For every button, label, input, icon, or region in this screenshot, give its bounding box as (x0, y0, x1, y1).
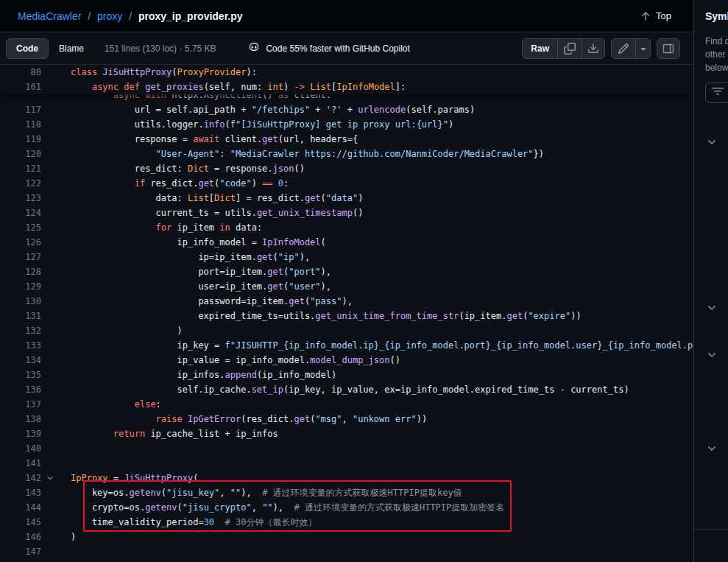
code-line: 125 for ip_item in data: (0, 220, 693, 235)
file-meta-info: 151 lines (130 loc) · 5.75 KB (105, 43, 216, 54)
symbols-description-line: Find definitions and references for func… (705, 35, 728, 48)
breadcrumb-filename: proxy_ip_provider.py (138, 10, 243, 22)
code-line: 137 else: (0, 397, 693, 412)
code-blame-switcher: Code Blame (6, 38, 94, 59)
code-line: 141 (0, 456, 693, 471)
line-number[interactable]: 136 (0, 382, 41, 397)
copilot-banner-text: Code 55% faster with GitHub Copilot (266, 43, 409, 54)
line-number[interactable]: 126 (0, 235, 41, 250)
back-to-top-label: Top (656, 10, 671, 21)
code-line: 143 key=os.getenv("jisu_key", ""), # 通过环… (0, 485, 693, 500)
download-icon (587, 43, 599, 55)
line-number[interactable]: 130 (0, 294, 41, 309)
code-line: 121 res_dict: Dict = response.json() (0, 161, 693, 176)
copilot-banner[interactable]: Code 55% faster with GitHub Copilot (248, 41, 409, 55)
code-line: 123 data: List[Dict] = res_dict.get("dat… (0, 191, 693, 206)
line-number[interactable]: 129 (0, 279, 41, 294)
arrow-up-icon (640, 10, 651, 22)
line-number[interactable]: 118 (0, 117, 41, 132)
code-lines: async with httpx.AsyncClient() as client… (0, 65, 693, 559)
line-number[interactable]: 128 (0, 264, 41, 279)
code-line: 147 (0, 544, 693, 559)
line-number[interactable]: 117 (0, 102, 41, 117)
line-number[interactable]: 138 (0, 412, 41, 426)
line-number[interactable]: 145 (0, 515, 41, 530)
line-number[interactable]: 146 (0, 530, 41, 544)
copy-icon (564, 43, 576, 55)
line-number[interactable]: 147 (0, 544, 41, 559)
code-line: 135 ip_infos.append(ip_info_model) (0, 368, 693, 382)
code-line: 133 ip_key = f"JISUHTTP_{ip_info_model.i… (0, 338, 693, 353)
code-line: 120 "User-Agent": "MediaCrawler https://… (0, 147, 693, 161)
line-number[interactable]: 101 (0, 80, 41, 94)
edit-dropdown-button[interactable] (635, 39, 650, 58)
breadcrumb-bar: MediaCrawler / proxy / proxy_ip_provider… (0, 0, 693, 32)
breadcrumb-separator: / (88, 10, 91, 22)
line-number[interactable]: 119 (0, 132, 41, 147)
symbols-panel: Symbols Find definitions and references … (693, 0, 728, 562)
file-view-column: MediaCrawler / proxy / proxy_ip_provider… (0, 0, 693, 562)
side-panel-icon (662, 43, 674, 55)
back-to-top-button[interactable]: Top (640, 10, 671, 22)
line-number[interactable]: 132 (0, 323, 41, 338)
github-code-view: MediaCrawler / proxy / proxy_ip_provider… (0, 0, 728, 562)
line-number[interactable]: 127 (0, 250, 41, 264)
download-button[interactable] (581, 39, 604, 58)
line-number[interactable]: 120 (0, 147, 41, 161)
code-line: 122 if res_dict.get("code") == 0: (0, 176, 693, 191)
line-number[interactable]: 134 (0, 353, 41, 368)
code-line: 129 user=ip_item.get("user"), (0, 279, 693, 294)
chevron-down-icon[interactable] (706, 349, 718, 361)
breadcrumb-folder-link[interactable]: proxy (97, 10, 122, 22)
tab-code[interactable]: Code (6, 38, 49, 59)
chevron-down-icon[interactable] (706, 443, 718, 454)
chevron-down-icon[interactable] (706, 302, 718, 314)
code-line: 127 ip=ip_item.get("ip"), (0, 250, 693, 264)
code-line: 80class JiSuHttpProxy(ProxyProvider): (0, 65, 693, 80)
filter-icon (712, 85, 724, 100)
line-number[interactable]: 144 (0, 500, 41, 515)
breadcrumb-separator: / (129, 10, 132, 22)
line-number[interactable]: 137 (0, 397, 41, 412)
code-line: 140 (0, 441, 693, 456)
line-number[interactable]: 143 (0, 485, 41, 500)
line-number[interactable]: 121 (0, 161, 41, 176)
line-number[interactable]: 141 (0, 456, 41, 471)
raw-button[interactable]: Raw (523, 39, 557, 58)
breadcrumb-repo-link[interactable]: MediaCrawler (18, 10, 81, 22)
triangle-down-icon (637, 43, 649, 55)
symbols-filter-input[interactable] (705, 82, 728, 103)
line-number[interactable]: 131 (0, 309, 41, 323)
code-line: 142IpProxy = JiSuHttpProxy( (0, 471, 693, 485)
tab-blame[interactable]: Blame (49, 38, 94, 59)
symbols-pane-toggle-button[interactable] (657, 38, 680, 59)
edit-button[interactable] (612, 39, 635, 58)
symbols-panel-description: Find definitions and references for func… (705, 35, 728, 74)
line-number[interactable]: 142 (0, 471, 41, 485)
line-number[interactable]: 140 (0, 441, 41, 456)
code-line: 117 url = self.api_path + "/fetchips" + … (0, 102, 693, 117)
line-number[interactable]: 125 (0, 220, 41, 235)
toolbar-actions: Raw (522, 38, 680, 59)
line-number[interactable]: 139 (0, 426, 41, 441)
code-line: 144 crypto=os.getenv("jisu_crypto", ""),… (0, 500, 693, 515)
copilot-icon (248, 41, 260, 55)
code-line: 128 port=ip_item.get("port"), (0, 264, 693, 279)
pencil-icon (618, 43, 629, 55)
breadcrumb: MediaCrawler / proxy / proxy_ip_provider… (18, 10, 640, 22)
line-number[interactable]: 122 (0, 176, 41, 191)
line-number[interactable]: 133 (0, 338, 41, 353)
line-number[interactable]: 135 (0, 368, 41, 382)
copy-button[interactable] (557, 39, 581, 58)
line-number[interactable]: 124 (0, 206, 41, 220)
line-number[interactable]: 123 (0, 191, 41, 206)
line-number[interactable]: 80 (0, 65, 41, 80)
code-line: 130 password=ip_item.get("pass"), (0, 294, 693, 309)
file-toolbar: Code Blame 151 lines (130 loc) · 5.75 KB… (0, 32, 693, 65)
code-line: 101 async def get_proxies(self, num: int… (0, 80, 693, 94)
sticky-lines: 80class JiSuHttpProxy(ProxyProvider):101… (0, 65, 693, 94)
code-line: 139 return ip_cache_list + ip_infos (0, 426, 693, 441)
edit-split-button (611, 38, 651, 59)
fold-chevron-icon[interactable] (46, 472, 57, 484)
chevron-down-icon[interactable] (706, 136, 718, 148)
